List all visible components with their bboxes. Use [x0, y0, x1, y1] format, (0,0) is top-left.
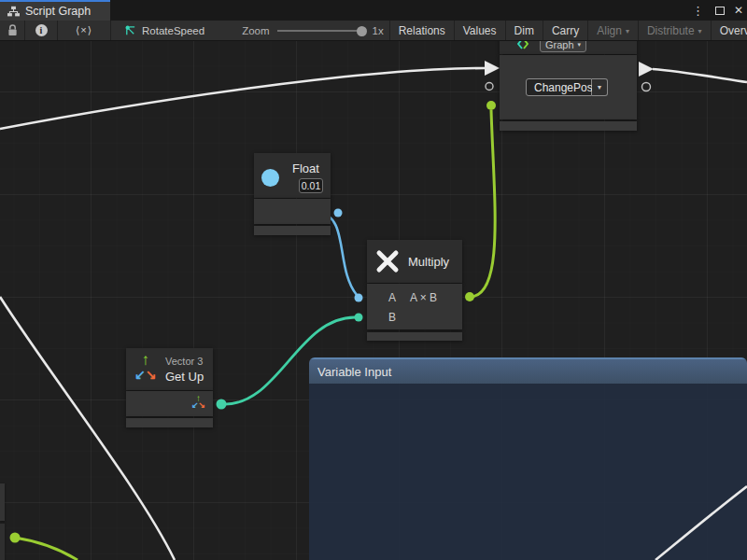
- chevron-down-icon: ▾: [578, 41, 582, 49]
- vector3-node[interactable]: ↑ ↙ ↘ Vector 3 Get Up ↑ ↙ ↘: [126, 348, 213, 427]
- overview-button[interactable]: Overview: [712, 21, 747, 41]
- tab-title: Script Graph: [25, 5, 91, 18]
- lock-button[interactable]: [0, 21, 24, 41]
- wire-arrowhead-in[interactable]: [485, 61, 500, 76]
- wire-end-dot[interactable]: [334, 209, 343, 217]
- control-wire-in[interactable]: [0, 68, 485, 129]
- inspect-code-button[interactable]: ⟨×⟩: [58, 21, 110, 41]
- chevron-down-icon: ▼: [597, 84, 603, 91]
- port-result-label: A × B: [410, 291, 437, 304]
- event-node-header[interactable]: Graph▾: [500, 41, 637, 54]
- tab-script-graph[interactable]: Script Graph: [0, 0, 110, 21]
- float-node-title: Float: [292, 161, 319, 175]
- wire-end-dot[interactable]: [10, 533, 21, 543]
- window-controls: ⋮ ✕: [690, 0, 743, 21]
- wire-bottom-left[interactable]: [15, 538, 78, 560]
- kebab-menu-icon[interactable]: ⋮: [690, 4, 706, 18]
- relations-button[interactable]: Relations: [390, 21, 454, 41]
- vector3-type-label: Vector 3: [165, 356, 203, 367]
- zoom-control: Zoom 1x: [214, 25, 389, 36]
- wire-vector3-to-multiply[interactable]: [221, 317, 355, 404]
- graph-select-dropdown[interactable]: Graph▾: [540, 41, 586, 52]
- float-node[interactable]: Float 0.01: [254, 153, 331, 235]
- close-icon[interactable]: ✕: [734, 4, 743, 17]
- graph-icon: [517, 41, 529, 49]
- info-icon: i: [35, 24, 48, 36]
- zoom-label: Zoom: [242, 25, 269, 36]
- zoom-slider[interactable]: [277, 25, 365, 36]
- float-value-field[interactable]: 0.01: [299, 178, 323, 193]
- graph-breadcrumb[interactable]: RotateSpeed: [111, 24, 214, 36]
- graph-name-label: RotateSpeed: [142, 25, 204, 36]
- wire-end-dot[interactable]: [217, 399, 227, 410]
- unity-visual-scripting-window: Script Graph ⋮ ✕ i ⟨×⟩ R: [0, 0, 747, 560]
- multiply-icon: [375, 249, 400, 273]
- chevron-down-icon: ▾: [626, 27, 629, 35]
- event-node[interactable]: Graph▾ ChangePos ▼: [500, 41, 637, 131]
- code-angle-icon: ⟨×⟩: [76, 24, 92, 36]
- control-wire-bottom-right[interactable]: [655, 486, 747, 560]
- vector3-type-icon: ↑ ↙ ↘: [134, 352, 156, 381]
- maximize-icon[interactable]: [715, 7, 725, 15]
- wire-end-dot[interactable]: [486, 101, 496, 110]
- event-node-footer[interactable]: [500, 121, 637, 131]
- changepos-dropdown[interactable]: ChangePos: [526, 78, 592, 96]
- float-node-header[interactable]: Float 0.01: [254, 153, 331, 198]
- vector3-node-footer[interactable]: [126, 418, 213, 427]
- control-wire-out[interactable]: [653, 69, 747, 82]
- info-button[interactable]: i: [25, 21, 57, 41]
- wire-end-dot[interactable]: [355, 294, 363, 302]
- float-node-body[interactable]: [254, 199, 331, 224]
- zoom-slider-knob[interactable]: [357, 26, 367, 36]
- vector3-node-title: Get Up: [165, 370, 204, 384]
- multiply-node-footer[interactable]: [367, 332, 462, 341]
- wire-multiply-to-event[interactable]: [470, 110, 495, 297]
- lock-icon: [7, 24, 18, 36]
- graph-canvas[interactable]: Variable Input: [0, 41, 747, 560]
- script-graph-icon: [7, 6, 20, 18]
- multiply-node-title: Multiply: [408, 255, 449, 269]
- carry-button[interactable]: Carry: [543, 21, 587, 41]
- float-node-footer[interactable]: [254, 226, 331, 235]
- align-dropdown-button[interactable]: Align▾: [588, 21, 638, 41]
- multiply-node[interactable]: Multiply A A × B B: [367, 240, 462, 341]
- graph-node-icon: [124, 24, 136, 36]
- distribute-dropdown-button[interactable]: Distribute▾: [639, 21, 711, 41]
- event-node-body[interactable]: ChangePos ▼: [500, 55, 637, 119]
- unconnected-port-ring[interactable]: [486, 83, 493, 91]
- unconnected-port-ring[interactable]: [642, 83, 651, 91]
- port-a-label: A: [388, 291, 396, 304]
- title-bar: Script Graph ⋮ ✕: [0, 0, 747, 21]
- zoom-slider-track: [277, 30, 365, 32]
- vector3-node-body[interactable]: ↑ ↙ ↘: [126, 391, 213, 416]
- float-type-icon: [261, 169, 279, 187]
- wire-end-dot[interactable]: [465, 292, 474, 301]
- vector3-node-header[interactable]: ↑ ↙ ↘ Vector 3 Get Up: [126, 348, 213, 390]
- chevron-down-icon: ▾: [698, 27, 702, 35]
- wire-end-dot[interactable]: [355, 314, 363, 322]
- vector3-output-port-icon[interactable]: ↑ ↙ ↘: [191, 394, 205, 410]
- dim-button[interactable]: Dim: [506, 21, 543, 41]
- graph-toolbar: i ⟨×⟩ RotateSpeed Zoom 1x Relations Valu…: [0, 21, 747, 41]
- wire-arrowhead-out[interactable]: [639, 62, 654, 77]
- multiply-node-header[interactable]: Multiply: [367, 240, 462, 283]
- zoom-level-value: 1x: [373, 25, 384, 36]
- control-wire-diagonal[interactable]: [0, 297, 175, 560]
- port-b-label: B: [388, 311, 396, 324]
- multiply-node-body[interactable]: A A × B B: [367, 284, 462, 329]
- values-button[interactable]: Values: [455, 21, 505, 41]
- changepos-dropdown-caret[interactable]: ▼: [592, 78, 608, 96]
